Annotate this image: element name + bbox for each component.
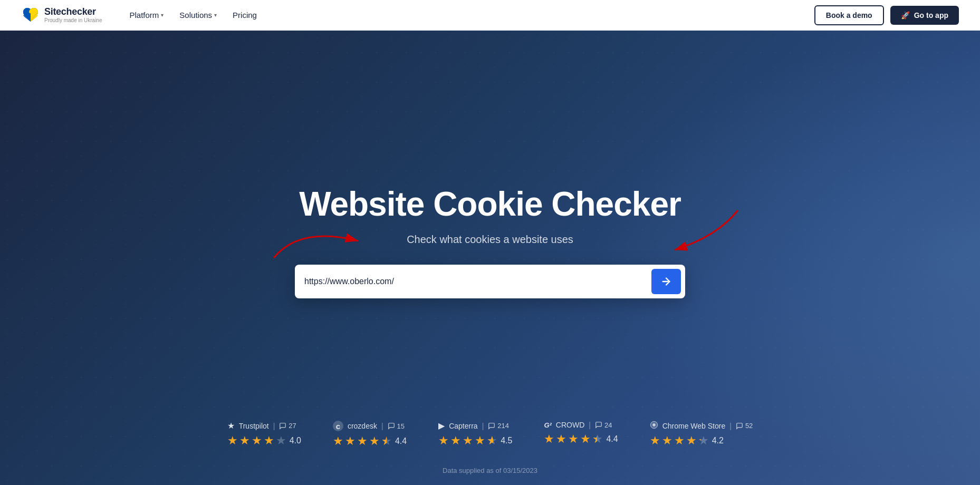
nav-platform[interactable]: Platform ▾ <box>123 6 170 24</box>
data-note: Data supplied as of 03/15/2023 <box>0 467 980 474</box>
half-star: ★★ <box>487 434 497 448</box>
nav-solutions-label: Solutions <box>179 11 212 20</box>
url-search-input[interactable] <box>304 273 651 290</box>
trustpilot-stars-row: ★ ★ ★ ★ ★ 4.0 <box>227 434 301 448</box>
nav-pricing[interactable]: Pricing <box>226 6 263 24</box>
capterra-stars-row: ★ ★ ★ ★ ★★ 4.5 <box>438 434 512 448</box>
chrome-stars: ★ ★ ★ ★ ★★ <box>650 434 709 448</box>
rating-crozdesk: c crozdesk | 15 ★ ★ ★ ★ ★★ 4.4 <box>333 421 407 448</box>
trustpilot-name: Trustpilot <box>239 422 269 430</box>
capterra-icon: ▶ <box>438 421 445 431</box>
logo-tagline: Proudly made in Ukraine <box>44 17 102 23</box>
navbar-left: Sitechecker Proudly made in Ukraine Plat… <box>21 6 263 25</box>
g2crowd-stars-row: ★ ★ ★ ★ ★★ 4.4 <box>544 432 618 446</box>
logo[interactable]: Sitechecker Proudly made in Ukraine <box>21 6 102 25</box>
navbar-right: Book a demo 🚀 Go to app <box>814 5 959 25</box>
trustpilot-score: 4.0 <box>290 436 301 445</box>
crozdesk-stars: ★ ★ ★ ★ ★★ <box>333 434 392 448</box>
rating-trustpilot-header: ★ Trustpilot | 27 <box>227 421 296 431</box>
chrome-icon <box>650 421 658 431</box>
half-star: ★★ <box>381 434 392 448</box>
arrow-right-icon <box>660 276 672 287</box>
svg-point-8 <box>652 423 655 426</box>
comment-icon <box>279 422 286 430</box>
half-star: ★★ <box>698 434 709 448</box>
chrome-name: Chrome Web Store <box>662 422 726 430</box>
rocket-icon: 🚀 <box>901 11 910 20</box>
hero-subtitle: Check what cookies a website uses <box>407 234 573 246</box>
capterra-score: 4.5 <box>501 436 512 445</box>
rating-crozdesk-header: c crozdesk | 15 <box>333 421 405 431</box>
book-demo-button[interactable]: Book a demo <box>814 5 884 25</box>
comment-icon <box>595 421 602 429</box>
hero-content: Website Cookie Checker Check what cookie… <box>284 186 696 298</box>
g2crowd-icon: G² <box>544 421 551 429</box>
search-box <box>295 265 685 298</box>
capterra-count: 214 <box>488 422 509 430</box>
crozdesk-icon: c <box>333 421 343 431</box>
rating-capterra: ▶ Capterra | 214 ★ ★ ★ ★ ★★ 4.5 <box>438 421 512 448</box>
capterra-name: Capterra <box>449 422 477 430</box>
go-to-app-label: Go to app <box>914 11 948 20</box>
trustpilot-icon: ★ <box>227 421 235 431</box>
logo-name: Sitechecker <box>44 7 102 17</box>
chevron-down-icon: ▾ <box>161 12 164 18</box>
rating-chrome-web-store: Chrome Web Store | 52 ★ ★ ★ ★ ★★ 4.2 <box>650 421 753 448</box>
chevron-down-icon: ▾ <box>214 12 217 18</box>
rating-g2crowd: G² CROWD | 24 ★ ★ ★ ★ ★★ 4.4 <box>544 421 618 448</box>
half-star: ★★ <box>592 432 603 446</box>
search-submit-button[interactable] <box>651 269 681 294</box>
g2crowd-score: 4.4 <box>606 434 618 444</box>
ratings-section: ★ Trustpilot | 27 ★ ★ ★ ★ ★ 4.0 <box>0 421 980 448</box>
navbar: Sitechecker Proudly made in Ukraine Plat… <box>0 0 980 31</box>
crozdesk-stars-row: ★ ★ ★ ★ ★★ 4.4 <box>333 434 407 448</box>
g2crowd-stars: ★ ★ ★ ★ ★★ <box>544 432 603 446</box>
nav-solutions[interactable]: Solutions ▾ <box>173 6 223 24</box>
logo-icon <box>21 6 40 25</box>
chrome-stars-row: ★ ★ ★ ★ ★★ 4.2 <box>650 434 724 448</box>
chrome-score: 4.2 <box>712 436 724 445</box>
rating-chrome-header: Chrome Web Store | 52 <box>650 421 753 431</box>
rating-trustpilot: ★ Trustpilot | 27 ★ ★ ★ ★ ★ 4.0 <box>227 421 301 448</box>
nav-pricing-label: Pricing <box>233 11 257 20</box>
main-nav: Platform ▾ Solutions ▾ Pricing <box>123 6 263 24</box>
trustpilot-stars: ★ ★ ★ ★ ★ <box>227 434 286 448</box>
rating-g2crowd-header: G² CROWD | 24 <box>544 421 612 429</box>
trustpilot-count: 27 <box>279 422 296 430</box>
go-to-app-button[interactable]: 🚀 Go to app <box>890 6 959 25</box>
g2crowd-count: 24 <box>595 421 612 429</box>
comment-icon <box>488 422 495 430</box>
crozdesk-name: crozdesk <box>348 422 377 430</box>
g2crowd-name: CROWD <box>556 421 584 429</box>
chrome-count: 52 <box>736 422 753 430</box>
capterra-stars: ★ ★ ★ ★ ★★ <box>438 434 497 448</box>
rating-capterra-header: ▶ Capterra | 214 <box>438 421 509 431</box>
logo-text-area: Sitechecker Proudly made in Ukraine <box>44 7 102 23</box>
hero-section: Website Cookie Checker Check what cookie… <box>0 31 980 485</box>
comment-icon <box>736 422 743 430</box>
crozdesk-count: 15 <box>388 422 405 430</box>
chrome-svg-icon <box>650 421 658 429</box>
hero-title: Website Cookie Checker <box>299 186 681 222</box>
nav-platform-label: Platform <box>130 11 159 20</box>
comment-icon <box>388 422 395 430</box>
crozdesk-score: 4.4 <box>395 436 407 446</box>
